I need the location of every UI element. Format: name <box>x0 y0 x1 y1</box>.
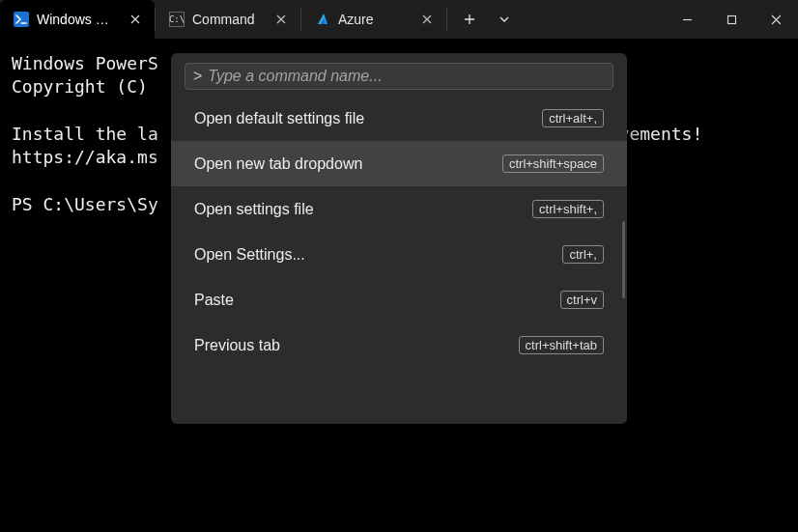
tab-close-button[interactable] <box>417 10 437 29</box>
palette-item-label: Open default settings file <box>194 110 364 127</box>
palette-item-open-default-settings[interactable]: Open default settings file ctrl+alt+, <box>171 96 627 141</box>
palette-scrollbar[interactable] <box>622 221 625 298</box>
title-bar: Windows PowerShell C:\ Command Azure <box>0 0 798 39</box>
palette-list: Open default settings file ctrl+alt+, Op… <box>171 96 627 424</box>
tab-title: Command <box>192 12 264 27</box>
palette-item-open-settings-file[interactable]: Open settings file ctrl+shift+, <box>171 186 627 232</box>
palette-item-label: Open Settings... <box>194 246 305 264</box>
palette-item-label: Open settings file <box>194 201 314 218</box>
palette-input[interactable] <box>208 68 605 85</box>
tab-close-button[interactable] <box>126 10 145 29</box>
tab-azure[interactable]: Azure <box>301 0 446 39</box>
powershell-icon <box>14 12 29 27</box>
cmd-icon: C:\ <box>169 12 185 27</box>
terminal-prompt: PS C:\Users\Sy <box>12 194 158 214</box>
palette-item-label: Paste <box>194 292 234 309</box>
palette-item-open-new-tab-dropdown[interactable]: Open new tab dropdown ctrl+shift+space <box>171 141 627 186</box>
palette-item-label: Previous tab <box>194 337 280 354</box>
azure-icon <box>315 12 330 27</box>
tab-close-button[interactable] <box>271 10 291 29</box>
palette-input-wrap[interactable]: > <box>185 63 613 90</box>
palette-item-shortcut: ctrl+v <box>560 291 604 309</box>
palette-item-paste[interactable]: Paste ctrl+v <box>171 277 627 322</box>
tab-command-prompt[interactable]: C:\ Command <box>156 0 300 39</box>
palette-item-label: Open new tab dropdown <box>194 155 362 173</box>
terminal-line: https://aka.ms <box>12 147 158 167</box>
tab-dropdown-button[interactable] <box>488 4 521 35</box>
minimize-button[interactable] <box>665 0 709 39</box>
terminal-line: Copyright (C) <box>12 76 158 97</box>
close-window-button[interactable] <box>754 0 798 39</box>
palette-item-shortcut: ctrl+shift+, <box>532 200 604 218</box>
new-tab-controls <box>447 0 521 39</box>
maximize-button[interactable] <box>709 0 754 39</box>
palette-item-shortcut: ctrl+alt+, <box>542 109 604 127</box>
window-controls <box>665 0 798 39</box>
tab-powershell[interactable]: Windows PowerShell <box>0 0 155 39</box>
command-palette: > Open default settings file ctrl+alt+, … <box>171 53 627 424</box>
palette-item-shortcut: ctrl+shift+tab <box>519 336 604 354</box>
new-tab-button[interactable] <box>453 4 486 35</box>
palette-item-shortcut: ctrl+shift+space <box>502 154 604 173</box>
svg-rect-0 <box>727 15 735 23</box>
tab-title: Windows PowerShell <box>37 12 118 27</box>
palette-caret: > <box>193 68 202 85</box>
tab-title: Azure <box>338 12 410 27</box>
palette-item-previous-tab[interactable]: Previous tab ctrl+shift+tab <box>171 322 627 368</box>
palette-item-open-settings[interactable]: Open Settings... ctrl+, <box>171 232 627 277</box>
terminal-line: Install the la <box>12 124 158 144</box>
terminal-line: Windows PowerS <box>12 53 158 73</box>
palette-item-shortcut: ctrl+, <box>562 245 604 264</box>
